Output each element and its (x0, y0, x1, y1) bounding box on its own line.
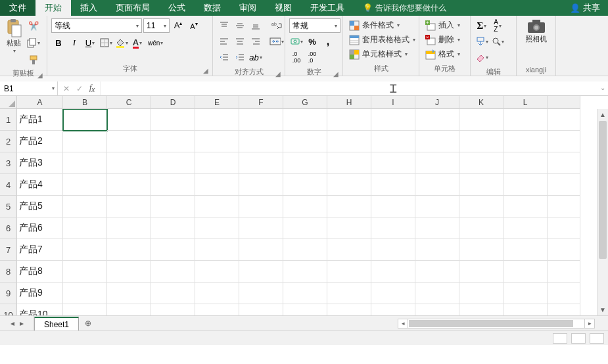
cell[interactable]: 产品7 (17, 239, 63, 261)
row-header[interactable]: 5 (0, 196, 17, 217)
cell[interactable] (283, 131, 327, 152)
cell[interactable] (107, 196, 151, 217)
formula-input[interactable]: Ꮖ ⌄ (101, 81, 608, 95)
cell[interactable] (415, 304, 459, 315)
select-all-button[interactable] (0, 96, 17, 109)
cell[interactable] (548, 109, 580, 131)
tell-me[interactable]: 💡 告诉我你想要做什么 (354, 0, 456, 16)
cell[interactable] (107, 217, 151, 239)
conditional-formatting-button[interactable]: 条件格式▾ (347, 18, 402, 32)
cell[interactable] (195, 261, 239, 283)
cell[interactable] (239, 261, 283, 283)
decrease-decimal-button[interactable]: .00.0 (305, 50, 319, 64)
vertical-scrollbar[interactable]: ▲ ▼ (597, 109, 608, 315)
cell[interactable] (459, 174, 503, 196)
normal-view-button[interactable] (553, 333, 567, 344)
tab-view[interactable]: 视图 (266, 0, 301, 16)
cell[interactable] (283, 109, 327, 131)
row-header[interactable]: 2 (0, 131, 17, 152)
tab-developer[interactable]: 开发工具 (301, 0, 354, 16)
cell[interactable]: 产品10 (17, 304, 63, 315)
cell[interactable] (283, 239, 327, 261)
cell[interactable] (371, 174, 415, 196)
row-header[interactable]: 8 (0, 261, 17, 283)
column-header[interactable]: H (327, 96, 371, 109)
cell[interactable] (239, 239, 283, 261)
format-painter-button[interactable] (26, 53, 41, 67)
cell[interactable] (503, 239, 548, 261)
increase-font-button[interactable]: A▴ (171, 18, 185, 33)
cell[interactable]: 产品3 (17, 152, 63, 174)
cell[interactable] (283, 152, 327, 174)
tab-review[interactable]: 审阅 (230, 0, 266, 16)
tab-file[interactable]: 文件 (0, 0, 35, 16)
cell[interactable] (371, 131, 415, 152)
cell[interactable] (195, 131, 239, 152)
cell[interactable] (195, 109, 239, 131)
cell[interactable] (503, 131, 548, 152)
cell[interactable] (107, 174, 151, 196)
increase-decimal-button[interactable]: .0.00 (289, 50, 304, 64)
tab-formulas[interactable]: 公式 (159, 0, 195, 16)
dialog-launcher-icon[interactable]: ◢ (203, 67, 208, 74)
cell[interactable] (107, 283, 151, 304)
column-header[interactable]: B (63, 96, 107, 109)
cell[interactable] (327, 152, 371, 174)
cell[interactable] (548, 131, 580, 152)
cell[interactable] (63, 174, 107, 196)
cell[interactable] (415, 131, 459, 152)
cell[interactable] (195, 304, 239, 315)
cell[interactable] (327, 174, 371, 196)
paste-button[interactable]: 粘贴 ▾ (3, 17, 25, 55)
cell[interactable] (107, 239, 151, 261)
cell[interactable] (327, 283, 371, 304)
align-right-button[interactable] (248, 34, 263, 49)
cell[interactable] (151, 109, 195, 131)
tab-home[interactable]: 开始 (35, 0, 71, 16)
scroll-left-button[interactable]: ◂ (398, 319, 408, 328)
phonetic-button[interactable]: wén▾ (146, 35, 165, 50)
row-header[interactable]: 6 (0, 217, 17, 239)
cell[interactable] (151, 174, 195, 196)
cell[interactable] (459, 109, 503, 131)
copy-button[interactable]: ▾ (26, 35, 41, 50)
sort-filter-button[interactable]: AZ▾ (490, 18, 505, 33)
scroll-thumb[interactable] (599, 121, 607, 259)
cell[interactable] (548, 174, 580, 196)
cell[interactable] (371, 304, 415, 315)
cell[interactable] (63, 217, 107, 239)
cell[interactable]: 产品2 (17, 131, 63, 152)
row-header[interactable]: 4 (0, 174, 17, 196)
bold-button[interactable]: B (51, 35, 66, 50)
column-header[interactable]: D (151, 96, 195, 109)
cell[interactable] (151, 239, 195, 261)
camera-button[interactable]: 照相机 (519, 17, 553, 45)
cell[interactable] (239, 152, 283, 174)
cell[interactable] (107, 152, 151, 174)
cell[interactable] (107, 109, 151, 131)
column-header[interactable]: G (283, 96, 327, 109)
cell[interactable] (327, 196, 371, 217)
column-header[interactable]: A (17, 96, 63, 109)
decrease-indent-button[interactable] (217, 50, 231, 64)
cell[interactable] (283, 304, 327, 315)
name-box[interactable]: B1▾ (0, 81, 58, 95)
row-header[interactable]: 7 (0, 239, 17, 261)
cell[interactable] (195, 174, 239, 196)
cell[interactable] (195, 239, 239, 261)
delete-cells-button[interactable]: ×删除▾ (423, 33, 462, 47)
column-header[interactable]: F (239, 96, 283, 109)
cell[interactable]: 产品6 (17, 217, 63, 239)
column-header[interactable]: L (503, 96, 548, 109)
clear-button[interactable]: ▾ (475, 50, 489, 64)
insert-function-button[interactable]: fx (89, 83, 95, 93)
underline-button[interactable]: U▾ (83, 35, 97, 50)
orientation-button[interactable]: ab▾ (248, 50, 263, 64)
new-sheet-button[interactable]: ⊕ (79, 316, 97, 330)
cell[interactable] (239, 109, 283, 131)
align-center-button[interactable] (233, 34, 247, 49)
dialog-launcher-icon[interactable]: ◢ (275, 70, 281, 78)
cell[interactable] (63, 239, 107, 261)
cell[interactable] (283, 261, 327, 283)
tab-insert[interactable]: 插入 (71, 0, 106, 16)
